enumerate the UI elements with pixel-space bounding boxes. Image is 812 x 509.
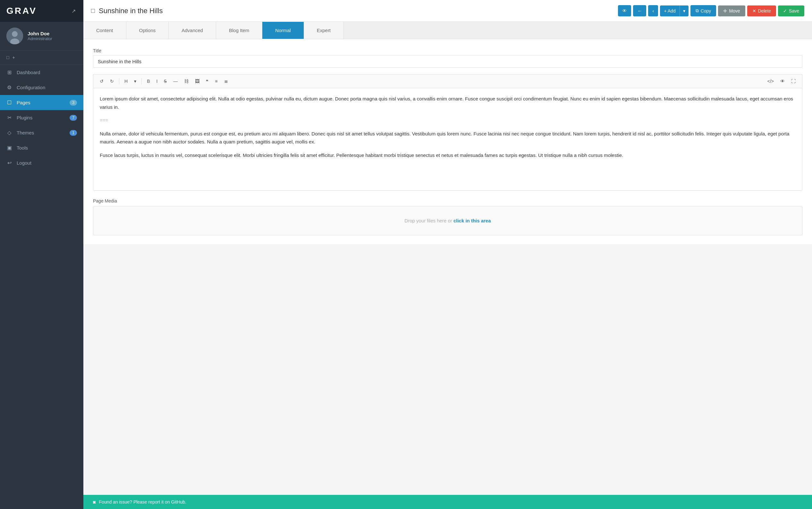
footer-text: Found an issue? Please report it on GitH…	[99, 499, 186, 505]
add-button[interactable]: + Add ▾	[660, 5, 688, 16]
footer: ◙ Found an issue? Please report it on Gi…	[83, 495, 812, 509]
add-label: + Add	[660, 5, 679, 16]
topbar: □ Sunshine in the Hills 👁 ← ‹ + Add ▾ ⧉ …	[83, 0, 812, 22]
save-button[interactable]: ✓ Save	[778, 5, 804, 16]
editor-fullscreen-button[interactable]: ⛶	[788, 77, 798, 86]
page-icon: □	[91, 7, 95, 14]
sidebar-item-label: Tools	[17, 145, 28, 150]
editor-paragraph: ===	[100, 116, 796, 125]
move-button[interactable]: ✛ Move	[718, 5, 745, 16]
new-item-button[interactable]: □ +	[0, 50, 83, 65]
sidebar-item-tools[interactable]: ▣ Tools	[0, 140, 83, 155]
save-label: Save	[789, 8, 799, 13]
plugins-icon: ✂	[6, 114, 12, 121]
drop-zone[interactable]: Drop your files here or click in this ar…	[93, 206, 802, 235]
delete-button[interactable]: ✕ Delete	[747, 5, 776, 16]
editor-heading-button[interactable]: H	[122, 77, 130, 86]
sidebar-item-themes[interactable]: ◇ Themes 1	[0, 125, 83, 140]
editor-code-button[interactable]: </>	[765, 77, 776, 86]
sidebar-header: GRAV ↗	[0, 0, 83, 22]
user-info: John Doe Administrator	[28, 31, 77, 41]
sidebar-item-pages[interactable]: ☐ Pages 3	[0, 95, 83, 110]
editor-heading-drop-button[interactable]: ▾	[132, 77, 139, 86]
editor-divider	[141, 78, 142, 84]
title-group: Title	[93, 48, 802, 68]
move-label: Move	[729, 8, 740, 13]
sidebar-item-label: Configuration	[17, 85, 45, 90]
copy-icon: ⧉	[696, 8, 699, 13]
sidebar-item-configuration[interactable]: ⚙ Configuration	[0, 80, 83, 95]
sidebar-item-label: Themes	[17, 130, 34, 135]
sidebar-badge-pages: 3	[70, 100, 77, 106]
main-area: □ Sunshine in the Hills 👁 ← ‹ + Add ▾ ⧉ …	[83, 0, 812, 509]
copy-button[interactable]: ⧉ Copy	[691, 5, 716, 16]
tab-normal[interactable]: Normal	[262, 22, 304, 39]
tab-content[interactable]: Content	[83, 22, 126, 39]
content-area: ContentOptionsAdvancedBlog ItemNormalExp…	[83, 22, 812, 495]
toolbar: 👁 ← ‹ + Add ▾ ⧉ Copy ✛ Move ✕ Delete ✓	[618, 5, 804, 16]
sidebar-item-label: Logout	[17, 160, 31, 166]
editor-preview-button[interactable]: 👁	[778, 77, 787, 86]
logo: GRAV	[6, 6, 37, 16]
tab-options[interactable]: Options	[126, 22, 169, 39]
user-profile: John Doe Administrator	[0, 22, 83, 50]
tab-blog-item[interactable]: Blog Item	[216, 22, 262, 39]
pages-icon: ☐	[6, 100, 12, 106]
page-title-area: □ Sunshine in the Hills	[91, 7, 162, 15]
save-icon: ✓	[783, 8, 787, 13]
editor-image-button[interactable]: 🖼	[192, 77, 202, 86]
back2-button[interactable]: ‹	[648, 5, 658, 16]
footer-icon: ◙	[93, 499, 96, 505]
new-item-icon: □	[6, 55, 9, 60]
svg-point-1	[12, 31, 17, 37]
preview-button[interactable]: 👁	[618, 5, 631, 16]
form-content: Title ↺↻H▾BIS̶—⛓🖼❝≡≣</>👁⛶ Lorem ipsum do…	[83, 39, 812, 244]
page-media-label: Page Media	[93, 198, 802, 203]
sidebar-item-plugins[interactable]: ✂ Plugins 7	[0, 110, 83, 125]
editor-paragraph: Nulla ornare, dolor id vehicula fermentu…	[100, 130, 796, 146]
editor-ul-button[interactable]: ≡	[212, 77, 220, 86]
tabs: ContentOptionsAdvancedBlog ItemNormalExp…	[83, 22, 812, 39]
editor-italic-button[interactable]: I	[154, 77, 160, 86]
editor-hr-button[interactable]: —	[171, 77, 180, 86]
avatar	[6, 28, 23, 44]
logout-icon: ↩	[6, 160, 12, 166]
sidebar-item-label: Dashboard	[17, 70, 40, 75]
sidebar-item-label: Plugins	[17, 115, 32, 121]
sidebar-badge-themes: 1	[70, 130, 77, 136]
tab-advanced[interactable]: Advanced	[169, 22, 216, 39]
editor-strikethrough-button[interactable]: S̶	[161, 77, 169, 86]
drop-text: Drop your files here or	[404, 218, 453, 224]
nav-items: ⊞ Dashboard ⚙ Configuration ☐ Pages 3 ✂ …	[0, 65, 83, 509]
editor-paragraph: Fusce lacus turpis, luctus in mauris vel…	[100, 151, 796, 160]
sidebar: GRAV ↗ John Doe Administrator □ + ⊞ Dash…	[0, 0, 83, 509]
delete-label: Delete	[758, 8, 771, 13]
editor-blockquote-button[interactable]: ❝	[203, 77, 211, 86]
back-button[interactable]: ←	[633, 5, 646, 16]
user-role: Administrator	[28, 36, 77, 41]
editor-ol-button[interactable]: ≣	[222, 77, 230, 86]
title-label: Title	[93, 48, 802, 53]
sidebar-badge-plugins: 7	[70, 115, 77, 121]
editor-redo-button[interactable]: ↻	[107, 77, 116, 86]
editor-wrapper: ↺↻H▾BIS̶—⛓🖼❝≡≣</>👁⛶ Lorem ipsum dolor si…	[93, 74, 802, 191]
editor-toolbar: ↺↻H▾BIS̶—⛓🖼❝≡≣</>👁⛶	[93, 74, 802, 88]
editor-bold-button[interactable]: B	[144, 77, 152, 86]
delete-icon: ✕	[752, 8, 756, 13]
sidebar-item-dashboard[interactable]: ⊞ Dashboard	[0, 65, 83, 80]
tab-expert[interactable]: Expert	[304, 22, 344, 39]
tools-icon: ▣	[6, 145, 12, 151]
editor-right-tools: </>👁⛶	[765, 77, 798, 86]
sidebar-item-logout[interactable]: ↩ Logout	[0, 155, 83, 170]
editor-link-button[interactable]: ⛓	[182, 77, 191, 86]
editor-undo-button[interactable]: ↺	[97, 77, 106, 86]
editor-content[interactable]: Lorem ipsum dolor sit amet, consectetur …	[93, 88, 802, 191]
drop-link[interactable]: click in this area	[453, 218, 491, 224]
configuration-icon: ⚙	[6, 84, 12, 91]
title-input[interactable]	[93, 55, 802, 68]
new-item-label: +	[12, 55, 15, 60]
copy-label: Copy	[701, 8, 711, 13]
sidebar-collapse-button[interactable]: ↗	[70, 7, 77, 15]
sidebar-item-label: Pages	[17, 100, 31, 105]
themes-icon: ◇	[6, 130, 12, 136]
